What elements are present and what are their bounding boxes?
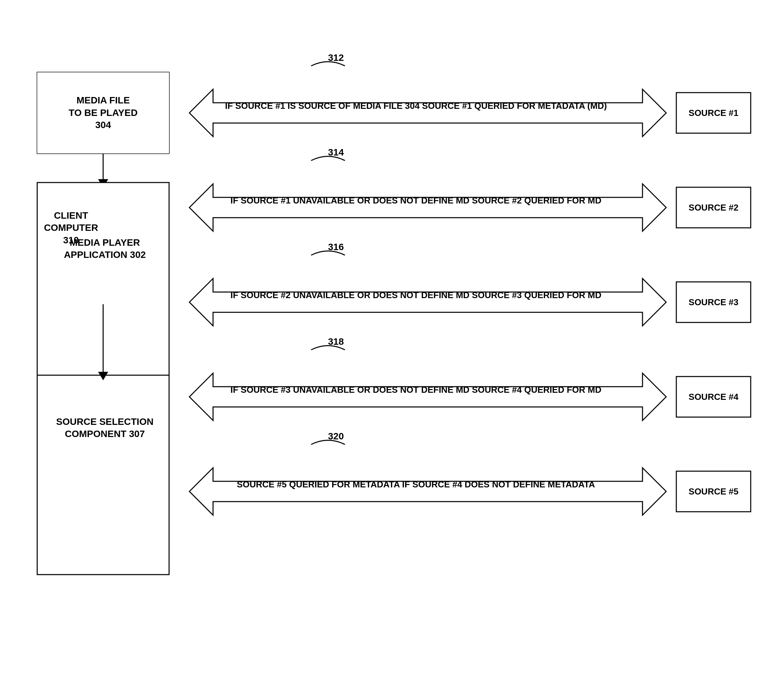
ref-318: 318 bbox=[328, 336, 344, 347]
arrow-312-label: IF SOURCE #1 IS SOURCE OF MEDIA FILE 304… bbox=[200, 100, 632, 112]
diagram-container: MEDIA FILE TO BE PLAYED 304 CLIENT COMPU… bbox=[0, 0, 771, 700]
source-5-label: SOURCE #5 bbox=[676, 471, 751, 512]
svg-marker-7 bbox=[189, 89, 666, 136]
source-1-label: SOURCE #1 bbox=[676, 93, 751, 133]
media-file-box: MEDIA FILE TO BE PLAYED 304 bbox=[37, 72, 169, 153]
source-4-label: SOURCE #4 bbox=[676, 377, 751, 417]
media-player-label: MEDIA PLAYER APPLICATION 302 bbox=[54, 237, 156, 261]
ref-314: 314 bbox=[328, 147, 344, 158]
media-file-label: MEDIA FILE TO BE PLAYED 304 bbox=[68, 94, 138, 131]
ref-320: 320 bbox=[328, 431, 344, 442]
svg-marker-11 bbox=[189, 468, 666, 515]
ref-316: 316 bbox=[328, 242, 344, 252]
svg-marker-9 bbox=[189, 279, 666, 326]
source-2-label: SOURCE #2 bbox=[676, 187, 751, 228]
source-3-label: SOURCE #3 bbox=[676, 282, 751, 322]
svg-marker-8 bbox=[189, 184, 666, 231]
source-selection-label: SOURCE SELECTION COMPONENT 307 bbox=[47, 416, 162, 440]
arrow-316-label: IF SOURCE #2 UNAVAILABLE OR DOES NOT DEF… bbox=[200, 289, 632, 301]
arrow-320-label: SOURCE #5 QUERIED FOR METADATA IF SOURCE… bbox=[200, 478, 632, 490]
ref-312: 312 bbox=[328, 52, 344, 63]
arrow-314-label: IF SOURCE #1 UNAVAILABLE OR DOES NOT DEF… bbox=[200, 194, 632, 206]
arrow-318-label: IF SOURCE #3 UNAVAILABLE OR DOES NOT DEF… bbox=[200, 383, 632, 396]
svg-marker-10 bbox=[189, 373, 666, 421]
